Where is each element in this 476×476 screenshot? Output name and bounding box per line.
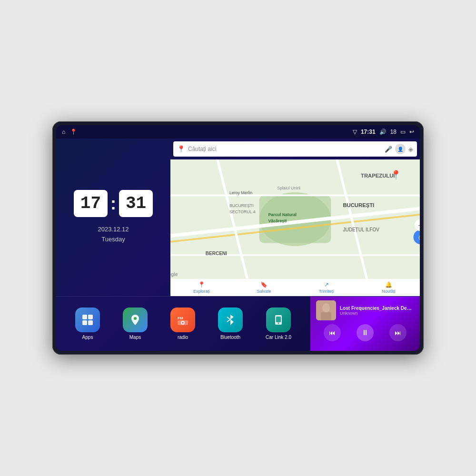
svg-text:SECTORUL 4: SECTORUL 4 (229, 209, 256, 214)
music-meta: Lost Frequencies_Janieck Devy-... Unknow… (340, 306, 414, 316)
map-section[interactable]: 📍 Căutați aici 🎤 👤 ◈ (170, 139, 420, 296)
carlink-label: Car Link 2.0 (266, 335, 291, 340)
svg-text:TRAPEZULUI: TRAPEZULUI (361, 173, 395, 178)
map-nav-news-label: Noutăți (382, 289, 396, 294)
svg-point-29 (134, 317, 137, 320)
clock-separator: : (110, 194, 116, 214)
map-search-input[interactable]: Căutați aici (188, 146, 382, 152)
map-nav-explore-label: Explorați (193, 289, 210, 294)
svg-text:📍: 📍 (391, 169, 401, 180)
svg-text:BERCENI: BERCENI (206, 251, 227, 256)
map-mic-icon[interactable]: 🎤 (385, 146, 392, 153)
svg-rect-28 (88, 320, 93, 325)
apps-label: Apps (82, 335, 93, 340)
map-pin-icon: 📍 (177, 145, 185, 153)
music-prev-button[interactable]: ⏮ (324, 324, 341, 341)
main-content: 17 : 31 2023.12.12 Tuesday 📍 Căutați aic… (56, 139, 420, 351)
svg-rect-27 (82, 320, 87, 325)
map-layers-icon[interactable]: ◈ (408, 146, 413, 153)
bluetooth-icon-wrapper (218, 307, 243, 332)
maps-shortcut-icon[interactable]: 📍 (70, 129, 77, 135)
clock-widget: 17 : 31 2023.12.12 Tuesday (56, 139, 170, 296)
clock-date: 2023.12.12 Tuesday (98, 225, 129, 245)
carlink-icon-wrapper (266, 307, 291, 332)
svg-rect-35 (276, 317, 281, 322)
maps-icon-item[interactable]: Maps (123, 307, 148, 340)
map-bottom-nav: 📍 Explorați 🔖 Salvate ↗ Trimiteți 🔔 (170, 279, 420, 296)
svg-point-38 (322, 303, 330, 313)
back-icon[interactable]: ↩ (409, 129, 414, 135)
radio-icon-wrapper: FM (170, 307, 195, 332)
music-info: Lost Frequencies_Janieck Devy-... Unknow… (316, 300, 414, 320)
music-artist: Unknown (340, 311, 414, 316)
svg-rect-39 (321, 312, 331, 320)
home-icon[interactable]: ⌂ (62, 129, 65, 135)
svg-text:JUDEȚUL ILFOV: JUDEȚUL ILFOV (343, 227, 379, 232)
send-icon: ↗ (324, 281, 329, 288)
music-controls: ⏮ ⏸ ⏭ (316, 324, 414, 341)
volume-icon: 🔊 (379, 129, 387, 135)
clock-hour: 17 (74, 190, 108, 217)
music-title: Lost Frequencies_Janieck Devy-... (340, 306, 414, 311)
clock-day-text: Tuesday (98, 235, 129, 245)
device-screen: ⌂ 📍 ▽ 17:31 🔊 18 ▭ ↩ 17 : (56, 125, 420, 351)
map-nav-saved[interactable]: 🔖 Salvate (233, 281, 295, 294)
svg-text:BUCUREȘTI: BUCUREȘTI (229, 203, 254, 208)
music-player: Lost Frequencies_Janieck Devy-... Unknow… (310, 297, 420, 351)
svg-point-36 (278, 323, 279, 324)
map-nav-send-label: Trimiteți (319, 289, 334, 294)
carlink-svg-icon (271, 313, 286, 327)
map-nav-send[interactable]: ↗ Trimiteți (295, 281, 357, 294)
apps-icon-wrapper (75, 307, 100, 332)
map-user-avatar[interactable]: 👤 (395, 144, 406, 154)
bluetooth-svg-icon (223, 313, 238, 327)
music-thumb-svg (316, 300, 336, 320)
map-container[interactable]: TRAPEZULUI BUCUREȘTI JUDEȚUL ILFOV BERCE… (170, 159, 420, 279)
bluetooth-label: Bluetooth (220, 335, 240, 340)
battery-level: 18 (390, 129, 397, 135)
clock-display: 17 : 31 (74, 190, 153, 217)
svg-text:FM: FM (178, 316, 183, 320)
radio-label: radio (178, 335, 188, 340)
maps-label: Maps (129, 335, 141, 340)
radio-svg-icon: FM (176, 313, 190, 327)
map-nav-news[interactable]: 🔔 Noutăți (357, 281, 420, 294)
svg-point-33 (182, 322, 184, 324)
status-bar: ⌂ 📍 ▽ 17:31 🔊 18 ▭ ↩ (56, 125, 420, 139)
music-thumbnail (316, 300, 336, 320)
svg-text:Parcul Natural: Parcul Natural (268, 212, 297, 217)
svg-text:Leroy Merlin: Leroy Merlin (229, 190, 252, 195)
maps-icon-wrapper (123, 307, 148, 332)
bottom-section: Apps Maps (56, 296, 420, 351)
radio-icon-item[interactable]: FM radio (170, 307, 195, 340)
explore-icon: 📍 (198, 281, 205, 288)
clock-date-text: 2023.12.12 (98, 225, 129, 235)
battery-icon: ▭ (400, 129, 406, 135)
svg-text:+: + (418, 221, 420, 229)
map-svg: TRAPEZULUI BUCUREȘTI JUDEȚUL ILFOV BERCE… (170, 159, 420, 279)
bluetooth-icon-item[interactable]: Bluetooth (218, 307, 243, 340)
maps-svg-icon (128, 313, 142, 327)
music-next-button[interactable]: ⏭ (389, 324, 407, 341)
svg-text:Văcărești: Văcărești (268, 218, 287, 223)
app-icons-section: Apps Maps (56, 297, 310, 351)
saved-icon: 🔖 (260, 281, 268, 288)
status-bar-right: ▽ 17:31 🔊 18 ▭ ↩ (353, 129, 414, 135)
top-section: 17 : 31 2023.12.12 Tuesday 📍 Căutați aic… (56, 139, 420, 296)
svg-text:Google: Google (170, 272, 178, 277)
apps-icon-item[interactable]: Apps (75, 307, 100, 340)
car-head-unit: ⌂ 📍 ▽ 17:31 🔊 18 ▭ ↩ 17 : (52, 121, 424, 355)
music-play-button[interactable]: ⏸ (357, 324, 374, 341)
status-bar-left: ⌂ 📍 (62, 129, 77, 135)
svg-text:BUCUREȘTI: BUCUREȘTI (343, 202, 374, 208)
svg-rect-25 (82, 315, 87, 319)
map-nav-saved-label: Salvate (257, 289, 271, 294)
news-icon: 🔔 (385, 281, 392, 288)
svg-rect-26 (88, 315, 93, 319)
map-nav-explore[interactable]: 📍 Explorați (170, 281, 233, 294)
map-search-bar[interactable]: 📍 Căutați aici 🎤 👤 ◈ (173, 141, 417, 157)
carlink-icon-item[interactable]: Car Link 2.0 (266, 307, 291, 340)
clock-minute: 31 (119, 190, 153, 217)
svg-text:◎: ◎ (418, 234, 420, 241)
svg-text:Splaiul Unirii: Splaiul Unirii (277, 186, 300, 190)
